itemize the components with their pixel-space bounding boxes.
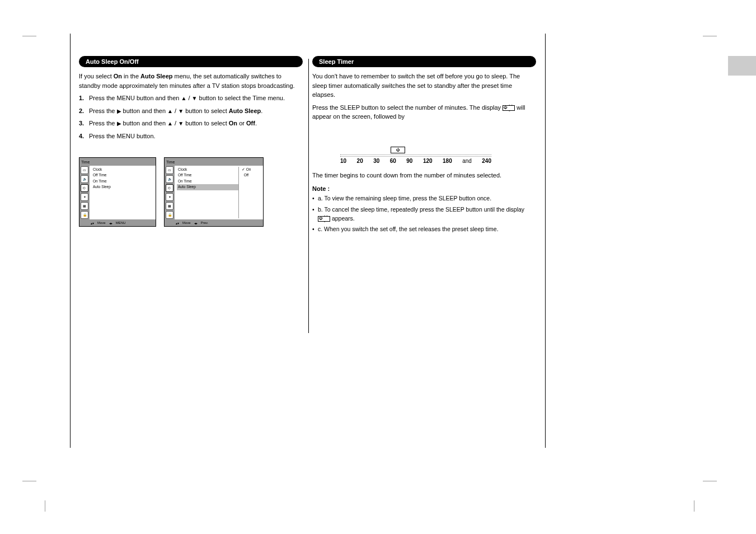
step-3: 3. Press the ▶ button and then ▲ / ▼ but… — [79, 119, 303, 128]
v: 30 — [373, 158, 379, 164]
down-icon: ▼ — [192, 94, 198, 102]
osd-row: Time ▭ 🔈 ⏲ ✦ ▦ 🔒 Clock Off Time On Time — [79, 157, 303, 227]
t: If you select — [79, 73, 114, 79]
sleep-values: 10 20 30 60 90 120 180 and 240 — [340, 158, 491, 164]
v: 240 — [482, 158, 491, 164]
t: in the — [122, 73, 140, 79]
osd-option-off: Off — [241, 172, 261, 178]
v: and — [462, 158, 472, 164]
t: b. To cancel the sleep time, repeatedly … — [318, 206, 524, 213]
osd-screen-icon: ▦ — [81, 202, 88, 210]
v: 90 — [406, 158, 412, 164]
v: 60 — [390, 158, 396, 164]
manual-page: Auto Sleep On/Off If you select On in th… — [70, 34, 546, 448]
t: button to select — [184, 107, 229, 114]
osd-item: On Time — [177, 179, 238, 184]
t: MENU — [116, 221, 126, 224]
left-column: Auto Sleep On/Off If you select On in th… — [79, 56, 303, 227]
t: button to select — [184, 120, 229, 127]
t: Press the MENU button. — [89, 133, 156, 139]
t: Press the MENU button and then — [89, 95, 181, 101]
step-1: 1. Press the MENU button and then ▲ / ▼ … — [79, 93, 303, 103]
v: 20 — [357, 158, 363, 164]
leftright-icon: ◂▸ — [109, 221, 112, 225]
section-header-right: Sleep Timer — [312, 56, 536, 67]
t: button to select the Time menu. — [199, 95, 285, 101]
osd-picture-icon: ▭ — [81, 166, 88, 174]
osd-time-icon: ⏲ — [166, 184, 173, 192]
step-2: 2. Press the ▶ button and then ▲ / ▼ but… — [79, 106, 303, 116]
check-icon: ✓ — [242, 167, 245, 171]
osd-title: Time — [79, 158, 156, 166]
v: 10 — [340, 158, 346, 164]
t: On — [246, 167, 251, 171]
v: 120 — [423, 158, 433, 164]
down-icon: ▼ — [178, 107, 184, 115]
osd-footer: ▴▾Move ◂▸Prev. — [165, 219, 263, 226]
osd-screen-icon: ▦ — [166, 202, 173, 210]
t: Prev. — [201, 221, 209, 224]
left-intro: If you select On in the Auto Sleep menu,… — [79, 72, 303, 90]
right-p2: The timer begins to count down from the … — [312, 171, 536, 180]
osd-title: Time — [165, 158, 263, 166]
up-icon: ▲ — [167, 119, 173, 128]
right-instr: Press the SLEEP button to select the num… — [312, 103, 536, 121]
sleep-track — [340, 154, 491, 157]
note-a: a. To view the remaining sleep time, pre… — [312, 194, 536, 203]
osd-item: Off Time — [92, 172, 153, 178]
t: Auto Sleep — [229, 107, 261, 114]
osd-sidebar: ▭ 🔈 ⏲ ✦ ▦ 🔒 — [79, 166, 90, 219]
t: Move — [97, 221, 106, 224]
t: Press the — [89, 107, 117, 114]
sleep-timer-diagram: ⏻ 10 20 30 60 90 120 180 and 240 — [340, 147, 491, 166]
up-icon: ▲ — [167, 107, 173, 115]
sleep-display-icon: ⏻- - - — [318, 216, 330, 222]
osd-sound-icon: 🔈 — [81, 175, 88, 183]
t: button and then — [121, 120, 168, 127]
t: Auto Sleep — [140, 73, 172, 79]
osd-sound-icon: 🔈 — [166, 175, 173, 183]
osd-sidebar: ▭ 🔈 ⏲ ✦ ▦ 🔒 — [165, 166, 175, 219]
osd-lock-icon: 🔒 — [81, 211, 88, 219]
t: On — [229, 120, 237, 127]
step-num: 1. — [79, 93, 84, 103]
up-icon: ▲ — [181, 94, 186, 102]
right-icon: ▶ — [117, 119, 121, 128]
updown-icon: ▴▾ — [91, 221, 94, 225]
side-tab — [728, 56, 756, 76]
t: Off — [246, 120, 255, 127]
note-b: b. To cancel the sleep time, repeatedly … — [312, 205, 536, 223]
osd-special-icon: ✦ — [81, 193, 88, 201]
t: appears. — [330, 215, 355, 222]
osd-option-on: ✓ On — [241, 167, 261, 172]
osd-lock-icon: 🔒 — [166, 211, 173, 219]
osd-menu-2: Time ▭ 🔈 ⏲ ✦ ▦ 🔒 Clock Off Time — [164, 157, 264, 227]
osd-item-selected: Auto Sleep — [177, 184, 238, 190]
osd-item: Clock — [177, 167, 238, 172]
osd-content: Clock Off Time On Time Auto Sleep — [90, 166, 156, 219]
updown-icon: ▴▾ — [176, 221, 179, 225]
osd-item: On Time — [92, 179, 153, 184]
t: - - - — [323, 213, 330, 224]
t: - - - — [508, 102, 514, 114]
t: Press the — [89, 120, 117, 127]
osd-special-icon: ✦ — [166, 193, 173, 201]
step-num: 4. — [79, 132, 84, 141]
osd-item: Off Time — [177, 172, 238, 178]
t: . — [255, 120, 257, 127]
osd-menu-1: Time ▭ 🔈 ⏲ ✦ ▦ 🔒 Clock Off Time On Time — [79, 157, 156, 227]
step-4: 4. Press the MENU button. — [79, 132, 303, 141]
right-icon: ▶ — [117, 107, 121, 115]
step-num: 2. — [79, 106, 84, 116]
note-c: c. When you switch the set off, the set … — [312, 225, 536, 234]
t: . — [261, 107, 262, 114]
osd-item: Clock — [92, 167, 153, 172]
osd-content: Clock Off Time On Time Auto Sleep ✓ On O… — [175, 166, 263, 219]
t: On — [114, 73, 122, 79]
sleep-display-icon: ⏻- - - — [503, 105, 515, 111]
t: Press the SLEEP button to select the num… — [312, 104, 503, 111]
sleep-marker-icon: ⏻ — [391, 147, 405, 153]
osd-picture-icon: ▭ — [166, 166, 173, 174]
step-num: 3. — [79, 119, 84, 128]
down-icon: ▼ — [178, 119, 184, 128]
